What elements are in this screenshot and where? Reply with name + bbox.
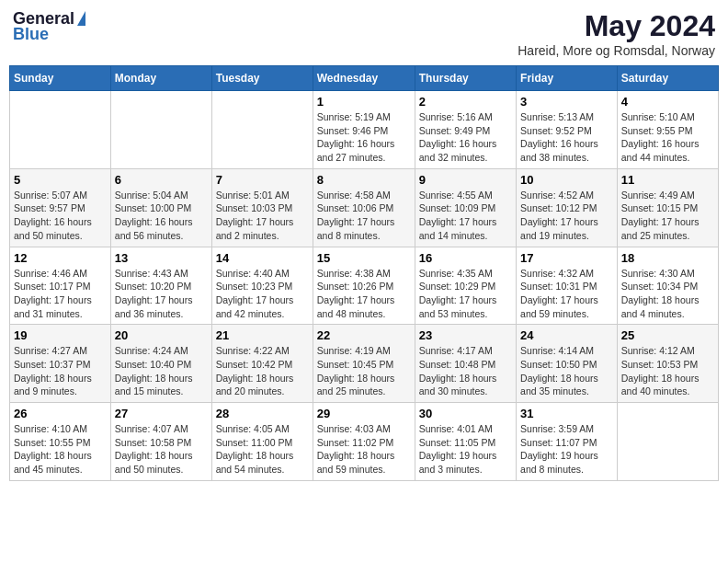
day-number: 24 [520,328,613,342]
calendar-cell: 13Sunrise: 4:43 AM Sunset: 10:20 PM Dayl… [110,247,211,325]
calendar-cell: 20Sunrise: 4:24 AM Sunset: 10:40 PM Dayl… [110,325,211,403]
day-info: Sunrise: 4:49 AM Sunset: 10:15 PM Daylig… [621,189,714,243]
location: Hareid, More og Romsdal, Norway [518,43,715,58]
day-info: Sunrise: 5:07 AM Sunset: 9:57 PM Dayligh… [14,189,107,243]
day-info: Sunrise: 4:32 AM Sunset: 10:31 PM Daylig… [520,267,613,321]
day-number: 7 [216,173,309,187]
day-number: 17 [520,251,613,265]
calendar-cell: 21Sunrise: 4:22 AM Sunset: 10:42 PM Dayl… [211,325,313,403]
weekday-header-row: SundayMondayTuesdayWednesdayThursdayFrid… [10,66,719,91]
day-info: Sunrise: 4:38 AM Sunset: 10:26 PM Daylig… [317,267,411,321]
calendar-cell [110,91,211,169]
day-info: Sunrise: 4:01 AM Sunset: 11:05 PM Daylig… [419,422,512,477]
calendar-cell: 31Sunrise: 3:59 AM Sunset: 11:07 PM Dayl… [517,403,618,481]
month-year: May 2024 [518,9,715,43]
day-number: 10 [520,173,613,187]
calendar-cell: 17Sunrise: 4:32 AM Sunset: 10:31 PM Dayl… [517,247,618,325]
day-info: Sunrise: 5:19 AM Sunset: 9:46 PM Dayligh… [317,110,411,165]
calendar-cell: 19Sunrise: 4:27 AM Sunset: 10:37 PM Dayl… [10,325,111,403]
calendar-cell: 15Sunrise: 4:38 AM Sunset: 10:26 PM Dayl… [313,247,415,325]
day-number: 4 [621,95,714,109]
day-number: 23 [419,328,512,342]
weekday-header-sunday: Sunday [10,66,111,91]
calendar-cell: 10Sunrise: 4:52 AM Sunset: 10:12 PM Dayl… [517,168,618,247]
day-info: Sunrise: 4:05 AM Sunset: 11:00 PM Daylig… [216,422,309,477]
day-number: 5 [14,173,107,187]
day-info: Sunrise: 4:24 AM Sunset: 10:40 PM Daylig… [115,344,208,398]
day-number: 21 [216,328,309,342]
day-info: Sunrise: 4:12 AM Sunset: 10:53 PM Daylig… [621,344,714,398]
day-info: Sunrise: 4:10 AM Sunset: 10:55 PM Daylig… [14,422,107,477]
day-info: Sunrise: 4:17 AM Sunset: 10:48 PM Daylig… [419,344,512,398]
calendar-cell: 16Sunrise: 4:35 AM Sunset: 10:29 PM Dayl… [415,247,516,325]
day-info: Sunrise: 5:16 AM Sunset: 9:49 PM Dayligh… [419,110,512,165]
logo-blue-text: Blue [13,25,49,44]
weekday-header-saturday: Saturday [617,66,718,91]
calendar-cell: 3Sunrise: 5:13 AM Sunset: 9:52 PM Daylig… [517,91,618,169]
day-info: Sunrise: 5:01 AM Sunset: 10:03 PM Daylig… [216,189,309,243]
calendar-cell [10,91,111,169]
day-number: 9 [419,173,512,187]
calendar-cell: 4Sunrise: 5:10 AM Sunset: 9:55 PM Daylig… [617,91,718,169]
calendar-cell [617,403,718,481]
day-number: 26 [14,407,107,420]
day-info: Sunrise: 3:59 AM Sunset: 11:07 PM Daylig… [520,422,613,477]
calendar-week-row: 5Sunrise: 5:07 AM Sunset: 9:57 PM Daylig… [10,168,719,247]
day-number: 8 [317,173,411,187]
day-info: Sunrise: 4:14 AM Sunset: 10:50 PM Daylig… [520,344,613,398]
day-number: 16 [419,251,512,265]
day-number: 14 [216,251,309,265]
day-number: 28 [216,407,309,420]
calendar-cell: 2Sunrise: 5:16 AM Sunset: 9:49 PM Daylig… [415,91,516,169]
day-info: Sunrise: 5:13 AM Sunset: 9:52 PM Dayligh… [520,110,613,165]
day-info: Sunrise: 4:55 AM Sunset: 10:09 PM Daylig… [419,189,512,243]
calendar-cell: 24Sunrise: 4:14 AM Sunset: 10:50 PM Dayl… [517,325,618,403]
day-info: Sunrise: 4:22 AM Sunset: 10:42 PM Daylig… [216,344,309,398]
day-number: 18 [621,251,714,265]
calendar-cell: 22Sunrise: 4:19 AM Sunset: 10:45 PM Dayl… [313,325,415,403]
weekday-header-friday: Friday [517,66,618,91]
day-info: Sunrise: 4:35 AM Sunset: 10:29 PM Daylig… [419,267,512,321]
calendar-cell: 8Sunrise: 4:58 AM Sunset: 10:06 PM Dayli… [313,168,415,247]
logo: General Blue [13,9,85,44]
calendar-cell: 9Sunrise: 4:55 AM Sunset: 10:09 PM Dayli… [415,168,516,247]
day-number: 13 [115,251,208,265]
day-info: Sunrise: 4:27 AM Sunset: 10:37 PM Daylig… [14,344,107,398]
calendar-table: SundayMondayTuesdayWednesdayThursdayFrid… [9,65,719,481]
calendar-cell: 23Sunrise: 4:17 AM Sunset: 10:48 PM Dayl… [415,325,516,403]
day-number: 30 [419,407,512,420]
calendar-week-row: 12Sunrise: 4:46 AM Sunset: 10:17 PM Dayl… [10,247,719,325]
calendar-header: General Blue May 2024 Hareid, More og Ro… [9,9,719,58]
day-info: Sunrise: 5:04 AM Sunset: 10:00 PM Daylig… [115,189,208,243]
calendar-cell: 28Sunrise: 4:05 AM Sunset: 11:00 PM Dayl… [211,403,313,481]
day-number: 15 [317,251,411,265]
calendar-cell: 29Sunrise: 4:03 AM Sunset: 11:02 PM Dayl… [313,403,415,481]
calendar-week-row: 26Sunrise: 4:10 AM Sunset: 10:55 PM Dayl… [10,403,719,481]
day-number: 12 [14,251,107,265]
day-info: Sunrise: 4:43 AM Sunset: 10:20 PM Daylig… [115,267,208,321]
calendar-cell: 1Sunrise: 5:19 AM Sunset: 9:46 PM Daylig… [313,91,415,169]
calendar-cell: 30Sunrise: 4:01 AM Sunset: 11:05 PM Dayl… [415,403,516,481]
day-number: 19 [14,328,107,342]
calendar-cell: 6Sunrise: 5:04 AM Sunset: 10:00 PM Dayli… [110,168,211,247]
calendar-cell: 11Sunrise: 4:49 AM Sunset: 10:15 PM Dayl… [617,168,718,247]
calendar-week-row: 19Sunrise: 4:27 AM Sunset: 10:37 PM Dayl… [10,325,719,403]
logo-triangle-icon [77,11,85,26]
calendar-week-row: 1Sunrise: 5:19 AM Sunset: 9:46 PM Daylig… [10,91,719,169]
calendar-cell: 14Sunrise: 4:40 AM Sunset: 10:23 PM Dayl… [211,247,313,325]
day-number: 11 [621,173,714,187]
day-number: 1 [317,95,411,109]
day-number: 6 [115,173,208,187]
calendar-cell: 7Sunrise: 5:01 AM Sunset: 10:03 PM Dayli… [211,168,313,247]
calendar-cell: 12Sunrise: 4:46 AM Sunset: 10:17 PM Dayl… [10,247,111,325]
calendar-cell [211,91,313,169]
day-info: Sunrise: 4:19 AM Sunset: 10:45 PM Daylig… [317,344,411,398]
day-info: Sunrise: 4:46 AM Sunset: 10:17 PM Daylig… [14,267,107,321]
day-number: 27 [115,407,208,420]
calendar-cell: 27Sunrise: 4:07 AM Sunset: 10:58 PM Dayl… [110,403,211,481]
weekday-header-monday: Monday [110,66,211,91]
day-info: Sunrise: 4:03 AM Sunset: 11:02 PM Daylig… [317,422,411,477]
day-number: 31 [520,407,613,420]
day-number: 20 [115,328,208,342]
weekday-header-thursday: Thursday [415,66,516,91]
